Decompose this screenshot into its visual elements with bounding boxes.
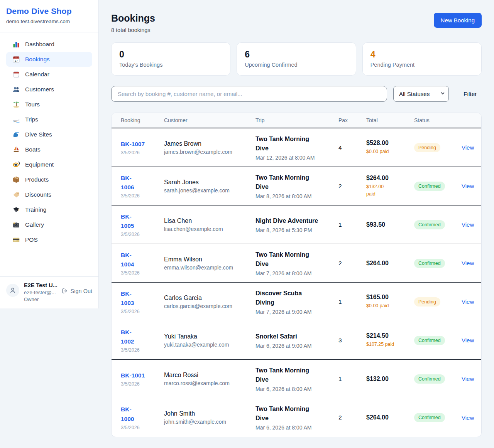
view-link[interactable]: View bbox=[462, 144, 472, 151]
col-header-customer: Customer bbox=[164, 117, 255, 123]
sidebar-item-gallery[interactable]: Gallery bbox=[6, 217, 92, 232]
customer-cell: John Smith john.smith@example.com bbox=[164, 410, 255, 425]
sidebar-nav: Dashboard 17 Bookings Calendar Customers… bbox=[0, 32, 98, 276]
sidebar-item-dive-sites[interactable]: Dive Sites bbox=[6, 127, 92, 142]
sidebar-item-bookings[interactable]: 17 Bookings bbox=[6, 52, 92, 67]
booking-id-link[interactable]: BK- 1006 bbox=[121, 173, 164, 192]
booking-id-link[interactable]: BK-1007 bbox=[121, 140, 164, 149]
trip-datetime: Mar 12, 2026 at 8:00 AM bbox=[255, 155, 338, 161]
sidebar-item-customers[interactable]: Customers bbox=[6, 82, 92, 97]
view-link[interactable]: View bbox=[462, 260, 472, 266]
table-row: BK- 1004 3/5/2026 Emma Wilson emma.wilso… bbox=[112, 244, 481, 283]
booking-id-link[interactable]: BK-1001 bbox=[121, 371, 164, 380]
total-cell: $264.00 bbox=[366, 260, 414, 267]
wave-icon bbox=[12, 131, 20, 138]
filter-button[interactable]: Filter bbox=[461, 91, 479, 98]
trip-datetime: Mar 8, 2026 at 8:00 AM bbox=[255, 193, 338, 199]
filter-bar: All Statuses Filter bbox=[111, 86, 482, 102]
sidebar-item-label: Products bbox=[25, 176, 49, 183]
booking-date: 3/5/2026 bbox=[121, 193, 164, 199]
status-cell: Confirmed bbox=[414, 259, 462, 268]
col-header-status: Status bbox=[414, 117, 462, 123]
booking-id-link[interactable]: BK- 1004 bbox=[121, 251, 164, 269]
status-badge: Confirmed bbox=[414, 336, 445, 345]
sidebar-item-pos[interactable]: POS bbox=[6, 232, 92, 247]
sidebar-item-boats[interactable]: Boats bbox=[6, 142, 92, 157]
trip-name: Snorkel Safari bbox=[255, 332, 338, 341]
sidebar-item-tours[interactable]: Tours bbox=[6, 97, 92, 112]
sidebar-item-trips[interactable]: Trips bbox=[6, 112, 92, 127]
view-link[interactable]: View bbox=[462, 376, 472, 382]
sidebar-item-label: Trips bbox=[25, 116, 38, 123]
sign-out-button[interactable]: Sign Out bbox=[61, 288, 92, 294]
booking-date: 3/5/2026 bbox=[121, 150, 164, 155]
sidebar-item-equipment[interactable]: Equipment bbox=[6, 157, 92, 172]
status-cell: Confirmed bbox=[414, 220, 462, 229]
total-amount: $264.00 bbox=[366, 175, 414, 182]
trip-name: Two Tank Morning Dive bbox=[255, 250, 338, 269]
trip-datetime: Mar 6, 2026 at 8:00 AM bbox=[255, 424, 338, 431]
status-cell: Pending bbox=[414, 297, 462, 307]
booking-id-link[interactable]: BK- 1003 bbox=[121, 289, 164, 308]
trip-cell: Snorkel Safari Mar 6, 2026 at 9:00 AM bbox=[255, 332, 338, 349]
trip-cell: Night Dive Adventure Mar 8, 2026 at 5:30… bbox=[255, 216, 338, 233]
trip-name: Two Tank Morning Dive bbox=[255, 135, 338, 153]
sidebar-item-dashboard[interactable]: Dashboard bbox=[6, 37, 92, 52]
bookings-table: Booking Customer Trip Pax Total Status B… bbox=[111, 113, 482, 437]
table-row: BK- 1002 3/5/2026 Yuki Tanaka yuki.tanak… bbox=[112, 321, 481, 360]
sidebar-item-training[interactable]: Training bbox=[6, 202, 92, 217]
booking-id-link[interactable]: BK- 1002 bbox=[121, 328, 164, 346]
customer-name: Marco Rossi bbox=[164, 372, 255, 379]
new-booking-button[interactable]: New Booking bbox=[434, 13, 482, 28]
sidebar-item-products[interactable]: Products bbox=[6, 172, 92, 187]
customer-email: lisa.chen@example.com bbox=[164, 226, 255, 232]
customer-email: carlos.garcia@example.com bbox=[164, 303, 255, 309]
dashboard-icon bbox=[12, 40, 20, 48]
sidebar-item-calendar[interactable]: Calendar bbox=[6, 67, 92, 82]
paid-amount: $0.00 paid bbox=[366, 302, 414, 309]
shop-domain: demo.test.divestreams.com bbox=[6, 19, 92, 24]
view-link[interactable]: View bbox=[462, 414, 472, 421]
pax-count: 3 bbox=[338, 337, 366, 344]
sidebar-item-label: Gallery bbox=[25, 221, 44, 228]
col-header-total: Total bbox=[366, 117, 414, 123]
trip-datetime: Mar 6, 2026 at 9:00 AM bbox=[255, 343, 338, 349]
table-row: BK- 1000 3/5/2026 John Smith john.smith@… bbox=[112, 398, 481, 437]
credit-card-icon bbox=[12, 236, 20, 244]
customer-email: emma.wilson@example.com bbox=[164, 264, 255, 271]
stat-value: 0 bbox=[119, 49, 222, 60]
customer-name: Sarah Jones bbox=[164, 179, 255, 186]
customer-cell: Marco Rossi marco.rossi@example.com bbox=[164, 372, 255, 386]
booking-cell: BK- 1004 3/5/2026 bbox=[121, 251, 164, 276]
sidebar-user-footer: E2E Test U... e2e-tester@... Owner Sign … bbox=[0, 276, 98, 308]
trip-datetime: Mar 7, 2026 at 9:00 AM bbox=[255, 309, 338, 315]
booking-date: 3/5/2026 bbox=[121, 425, 164, 430]
booking-id-link[interactable]: BK- 1000 bbox=[121, 405, 164, 423]
total-amount: $528.00 bbox=[366, 140, 414, 147]
status-badge: Confirmed bbox=[414, 374, 445, 384]
customer-name: Lisa Chen bbox=[164, 217, 255, 224]
status-select[interactable]: All Statuses bbox=[393, 86, 449, 102]
main-content: Bookings 8 total bookings New Booking 0 … bbox=[99, 0, 494, 448]
sidebar-item-label: POS bbox=[25, 236, 38, 243]
user-name: E2E Test U... bbox=[24, 282, 57, 288]
pax-count: 1 bbox=[338, 221, 366, 228]
trip-datetime: Mar 8, 2026 at 5:30 PM bbox=[255, 227, 338, 233]
booking-id-link[interactable]: BK- 1005 bbox=[121, 212, 164, 231]
booking-date: 3/5/2026 bbox=[121, 381, 164, 387]
sidebar-item-label: Equipment bbox=[25, 161, 54, 168]
trip-cell: Two Tank Morning Dive Mar 8, 2026 at 8:0… bbox=[255, 173, 338, 199]
view-link[interactable]: View bbox=[462, 183, 472, 189]
view-link[interactable]: View bbox=[462, 337, 472, 344]
camera-icon bbox=[12, 221, 20, 229]
status-cell: Confirmed bbox=[414, 182, 462, 191]
sidebar-item-discounts[interactable]: Discounts bbox=[6, 187, 92, 202]
total-amount: $93.50 bbox=[366, 221, 414, 228]
trip-name: Two Tank Morning Dive bbox=[255, 366, 338, 384]
view-link[interactable]: View bbox=[462, 298, 472, 305]
booking-cell: BK- 1003 3/5/2026 bbox=[121, 289, 164, 314]
view-link[interactable]: View bbox=[462, 221, 472, 228]
avatar bbox=[6, 284, 19, 297]
page-header: Bookings 8 total bookings New Booking bbox=[111, 13, 482, 33]
search-input[interactable] bbox=[111, 86, 387, 102]
